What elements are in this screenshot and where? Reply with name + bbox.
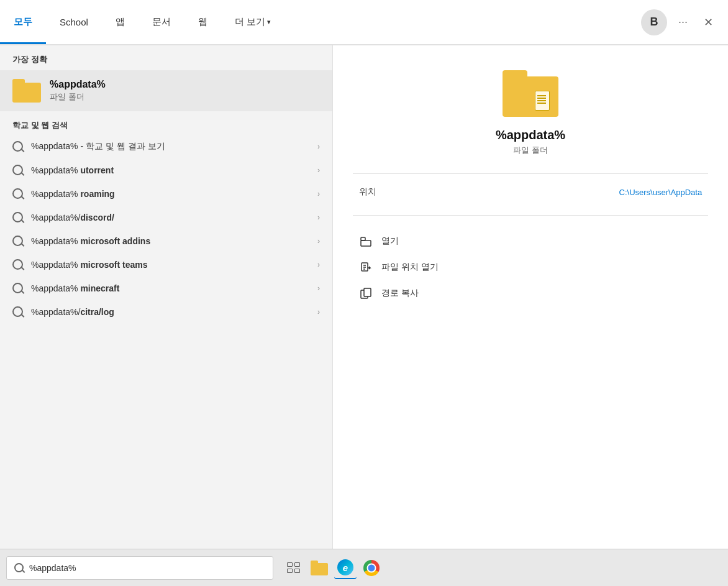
chevron-right-icon: › — [317, 166, 320, 175]
search-icon — [12, 236, 24, 247]
folder-document-decoration — [535, 91, 550, 111]
tab-school[interactable]: School — [46, 0, 102, 44]
taskbar-search-text: %appdata% — [29, 563, 76, 573]
tab-doc[interactable]: 문서 — [139, 0, 184, 44]
search-item-text-3: %appdata%/discord/ — [31, 213, 310, 222]
search-icon — [12, 141, 24, 152]
search-item-text-7: %appdata%/citra/log — [31, 307, 310, 317]
task-view-button[interactable] — [282, 557, 304, 579]
taskbar-search-icon — [14, 563, 24, 573]
detail-divider — [353, 173, 708, 174]
search-icon — [12, 188, 24, 199]
file-location-icon — [359, 260, 373, 274]
search-item-6[interactable]: %appdata% minecraft › — [0, 277, 332, 300]
tab-all[interactable]: 모두 — [0, 0, 46, 44]
detail-subtitle: 파일 폴더 — [513, 145, 548, 156]
nav-right-controls: B ··· ✕ — [641, 9, 728, 35]
search-item-3[interactable]: %appdata%/discord/ › — [0, 206, 332, 229]
action-copy-path-label: 경로 복사 — [381, 288, 419, 299]
action-copy-path[interactable]: 경로 복사 — [359, 280, 702, 306]
chevron-right-icon: › — [317, 142, 320, 151]
search-item-2[interactable]: %appdata% roaming › — [0, 182, 332, 206]
search-icon — [12, 212, 24, 223]
search-icon — [12, 259, 24, 270]
search-icon — [12, 165, 24, 176]
location-label: 위치 — [359, 186, 376, 198]
search-icon — [12, 283, 24, 294]
file-explorer-icon — [311, 561, 328, 575]
folder-icon — [12, 79, 41, 103]
location-value[interactable]: C:\Users\user\AppData — [619, 188, 703, 197]
copy-path-icon — [359, 286, 373, 300]
chrome-browser-button[interactable] — [360, 557, 383, 579]
search-item-text-2: %appdata% roaming — [31, 189, 310, 199]
detail-actions: 열기 파일 위치 열기 — [353, 228, 708, 306]
more-options-button[interactable]: ··· — [673, 12, 693, 32]
detail-title: %appdata% — [496, 128, 565, 142]
task-view-icon — [287, 562, 300, 573]
edge-icon — [337, 559, 353, 575]
best-result-subtitle: 파일 폴더 — [50, 91, 106, 103]
open-icon — [359, 234, 373, 248]
chevron-right-icon: › — [317, 237, 320, 245]
tab-more[interactable]: 더 보기 ▾ — [221, 0, 284, 44]
svg-rect-1 — [361, 240, 371, 246]
web-search-header: 학교 및 웹 검색 — [0, 111, 332, 135]
close-button[interactable]: ✕ — [699, 12, 718, 33]
taskbar-app-icons — [282, 557, 383, 579]
search-item-text-6: %appdata% minecraft — [31, 283, 310, 293]
chevron-right-icon: › — [317, 260, 320, 269]
best-result-item[interactable]: %appdata% 파일 폴더 — [0, 70, 332, 111]
detail-location: 위치 C:\Users\user\AppData — [353, 186, 708, 198]
svg-rect-7 — [364, 288, 371, 296]
best-result-text: %appdata% 파일 폴더 — [50, 79, 106, 103]
search-item-5[interactable]: %appdata% microsoft teams › — [0, 253, 332, 277]
action-open[interactable]: 열기 — [359, 228, 702, 254]
search-item-7[interactable]: %appdata%/citra/log › — [0, 300, 332, 324]
chevron-right-icon: › — [317, 213, 320, 222]
search-item-0[interactable]: %appdata% - 학교 및 웹 결과 보기 › — [0, 135, 332, 158]
search-item-1[interactable]: %appdata% utorrent › — [0, 158, 332, 182]
taskbar-search-box[interactable]: %appdata% — [6, 556, 273, 580]
chevron-right-icon: › — [317, 190, 320, 198]
avatar-button[interactable]: B — [641, 9, 667, 35]
search-item-text-1: %appdata% utorrent — [31, 165, 310, 175]
file-explorer-button[interactable] — [308, 557, 330, 579]
tab-app[interactable]: 앱 — [102, 0, 139, 44]
top-navigation: 모두 School 앱 문서 웹 더 보기 ▾ B ··· ✕ — [0, 0, 728, 45]
right-panel: %appdata% 파일 폴더 위치 C:\Users\user\AppData… — [332, 45, 728, 549]
search-item-text-4: %appdata% microsoft addins — [31, 236, 310, 246]
chevron-down-icon: ▾ — [267, 18, 271, 26]
action-open-label: 열기 — [381, 236, 399, 247]
action-file-location-label: 파일 위치 열기 — [381, 262, 439, 273]
search-icon — [12, 306, 24, 318]
chrome-icon — [363, 560, 380, 576]
search-item-text-5: %appdata% microsoft teams — [31, 260, 310, 270]
left-panel: 가장 정확 %appdata% 파일 폴더 학교 및 웹 검색 %appdata… — [0, 45, 332, 549]
edge-browser-button[interactable] — [334, 557, 357, 579]
best-result-header: 가장 정확 — [0, 45, 332, 70]
chevron-right-icon: › — [317, 284, 320, 293]
tab-web[interactable]: 웹 — [184, 0, 221, 44]
main-content: 가장 정확 %appdata% 파일 폴더 학교 및 웹 검색 %appdata… — [0, 45, 728, 549]
best-result-title: %appdata% — [50, 79, 106, 90]
action-file-location[interactable]: 파일 위치 열기 — [359, 254, 702, 280]
taskbar: %appdata% — [0, 549, 728, 586]
detail-divider-2 — [353, 215, 708, 216]
search-item-text-0: %appdata% - 학교 및 웹 결과 보기 — [31, 141, 310, 152]
chevron-right-icon: › — [317, 308, 320, 316]
detail-folder-icon — [503, 70, 558, 117]
search-item-4[interactable]: %appdata% microsoft addins › — [0, 229, 332, 253]
